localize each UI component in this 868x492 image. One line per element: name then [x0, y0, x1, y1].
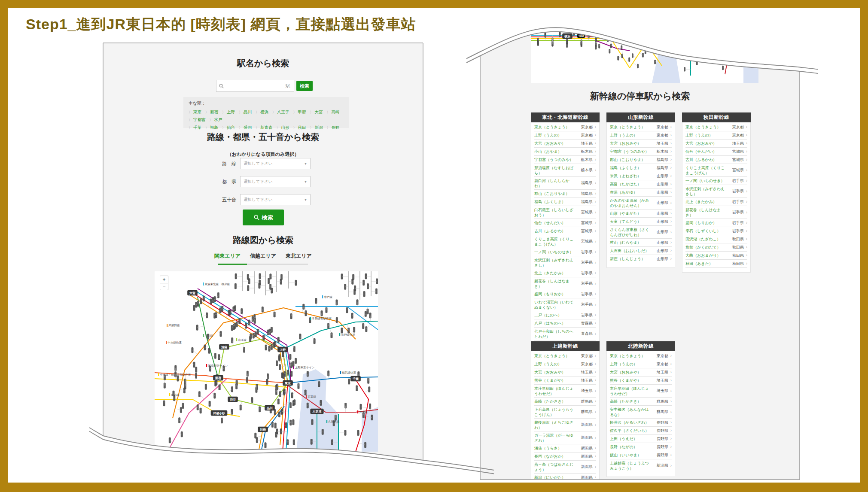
- station-row[interactable]: くりこま高原（くりこまこうげん）宮城県›: [534, 235, 596, 248]
- station-row[interactable]: 二戸（にのへ）岩手県›: [534, 311, 596, 319]
- station-row[interactable]: 赤湯（あかゆ）山形県›: [610, 188, 672, 197]
- major-station-link[interactable]: 〉山形: [277, 124, 289, 131]
- station-row[interactable]: 長野（ながの）長野県›: [610, 443, 672, 451]
- major-station-link[interactable]: 〉新宿: [205, 108, 218, 116]
- station-row[interactable]: 上野（うえの）東京都›: [610, 131, 672, 140]
- station-row[interactable]: 上野（うえの）東京都›: [685, 131, 747, 140]
- station-row[interactable]: 一ノ関（いちのせき）岩手県›: [685, 177, 747, 185]
- station-row[interactable]: 一ノ関（いちのせき）岩手県›: [534, 248, 596, 256]
- station-row[interactable]: 仙台（せんだい）宮城県›: [534, 219, 596, 227]
- station-row[interactable]: 新花巻（しんはなまき）岩手県›: [534, 277, 596, 290]
- station-row[interactable]: 越後湯沢（えちごゆざわ）新潟県›: [534, 419, 596, 431]
- major-station-link[interactable]: 〉宇都宮: [189, 116, 206, 124]
- station-row[interactable]: 東京（とうきょう）東京都›: [534, 352, 596, 360]
- station-row[interactable]: 秋田（あきた）秋田県›: [685, 260, 747, 268]
- station-search-input[interactable]: [226, 83, 286, 89]
- station-row[interactable]: 古川（ふるかわ）宮城県›: [534, 227, 596, 235]
- station-row[interactable]: 小山（おやま）栃木県›: [534, 148, 596, 156]
- station-row[interactable]: 郡山（こおりやま）福島県›: [534, 190, 596, 198]
- station-row[interactable]: 熊谷（くまがや）埼玉県›: [610, 377, 672, 385]
- station-row[interactable]: 宇都宮（うつのみや）栃木県›: [610, 148, 672, 156]
- station-row[interactable]: 田沢湖（たざわこ）秋田県›: [685, 235, 747, 243]
- syllabary-select[interactable]: 選択して下さい▼: [240, 194, 311, 205]
- station-row[interactable]: 山形（やまがた）山形県›: [610, 210, 672, 218]
- station-row[interactable]: 白石蔵王（しろいしざおう）宮城県›: [534, 206, 596, 219]
- station-row[interactable]: 水沢江刺（みずさわえさし）岩手県›: [685, 185, 747, 198]
- station-row[interactable]: 東京（とうきょう）東京都›: [610, 352, 672, 360]
- station-row[interactable]: 高崎（たかさき）群馬県›: [534, 398, 596, 406]
- station-row[interactable]: 北上（きたかみ）岩手県›: [534, 269, 596, 277]
- tab-area-0[interactable]: 関東エリア: [214, 252, 241, 260]
- station-row[interactable]: 新潟（にいがた）新潟県›: [534, 474, 596, 482]
- station-row[interactable]: 角館（かくのだて）秋田県›: [685, 243, 747, 252]
- station-row[interactable]: いわて沼宮内（いわてぬまくない）岩手県›: [534, 298, 596, 311]
- station-row[interactable]: 大石田（おおいしだ）山形県›: [610, 247, 672, 255]
- station-row[interactable]: 新花巻（しんはなまき）岩手県›: [685, 206, 747, 219]
- station-row[interactable]: 七戸十和田（しちのへとわだ）青森県›: [534, 328, 596, 340]
- station-row[interactable]: 村山（むらやま）山形県›: [610, 239, 672, 247]
- station-row[interactable]: 水沢江刺（みずさわえさし）岩手県›: [534, 256, 596, 269]
- station-row[interactable]: 大宮（おおみや）埼玉県›: [610, 368, 672, 377]
- station-row[interactable]: 那須塩原（なすしおばら）栃木県›: [534, 164, 596, 177]
- major-station-link[interactable]: 〉上野: [222, 108, 235, 116]
- station-row[interactable]: 大宮（おおみや）埼玉県›: [534, 140, 596, 148]
- station-row[interactable]: 高崎（たかさき）群馬県›: [610, 398, 672, 406]
- station-row[interactable]: 大宮（おおみや）埼玉県›: [610, 140, 672, 148]
- line-select[interactable]: 選択して下さい▼: [240, 158, 311, 169]
- station-row[interactable]: 大曲（おおまがり）秋田県›: [685, 252, 747, 260]
- major-station-link[interactable]: 〉仙台: [222, 124, 235, 131]
- station-row[interactable]: 福島（ふくしま）福島県›: [610, 164, 672, 172]
- station-row[interactable]: 上田（うえだ）長野県›: [610, 435, 672, 443]
- station-row[interactable]: 東京（とうきょう）東京都›: [610, 123, 672, 131]
- station-row[interactable]: 高畠（たかはた）山形県›: [610, 180, 672, 188]
- route-map-fragment[interactable]: 横浜YHM内房線: [531, 25, 758, 83]
- station-row[interactable]: 長岡（ながおか）新潟県›: [534, 453, 596, 461]
- station-row[interactable]: 古川（ふるかわ）宮城県›: [685, 156, 747, 164]
- station-row[interactable]: 新庄（しんじょう）山形県›: [610, 255, 672, 263]
- station-row[interactable]: 雫石（しずくいし）岩手県›: [685, 227, 747, 235]
- major-station-link[interactable]: 〉秋田: [293, 124, 306, 131]
- criteria-search-button[interactable]: 検索: [243, 210, 284, 225]
- station-row[interactable]: 東京（とうきょう）東京都›: [685, 123, 747, 131]
- station-row[interactable]: 上毛高原（じょうもうこうげん）群馬県›: [534, 406, 596, 419]
- major-station-link[interactable]: 〉水戸: [210, 116, 222, 124]
- major-station-link[interactable]: 〉八王子: [272, 108, 289, 116]
- station-row[interactable]: 新白河（しんしらかわ）福島県›: [534, 177, 596, 190]
- tab-area-2[interactable]: 東北エリア: [286, 252, 312, 260]
- station-row[interactable]: 佐久平（さくだいら）長野県›: [610, 427, 672, 435]
- kanto-route-map[interactable]: + − 京浜東北線・根岸線水戸線武蔵野線中央線快速埼京線湘南新宿ライン中央線・総…: [155, 271, 378, 452]
- station-row[interactable]: 盛岡（もりおか）岩手県›: [534, 290, 596, 298]
- station-row[interactable]: 飯山（いいやま）長野県›: [610, 451, 672, 459]
- prefecture-select[interactable]: 選択して下さい▼: [240, 176, 311, 187]
- station-row[interactable]: 燕三条（つばめさんじょう）新潟県›: [534, 461, 596, 474]
- station-row[interactable]: 上野（うえの）東京都›: [610, 360, 672, 368]
- station-row[interactable]: 浦佐（うらさ）新潟県›: [534, 444, 596, 453]
- station-row[interactable]: 天童（てんどう）山形県›: [610, 218, 672, 226]
- major-station-link[interactable]: 〉品川: [239, 108, 252, 116]
- station-row[interactable]: 郡山（こおりやま）福島県›: [610, 156, 672, 164]
- major-station-link[interactable]: 〉高崎: [327, 108, 340, 116]
- zoom-in-button[interactable]: +: [160, 276, 168, 283]
- tab-area-1[interactable]: 信越エリア: [250, 252, 276, 260]
- major-station-link[interactable]: 〉長野: [327, 124, 340, 131]
- station-row[interactable]: 福島（ふくしま）福島県›: [534, 198, 596, 206]
- major-station-link[interactable]: 〉千葉: [189, 124, 201, 131]
- station-row[interactable]: 大宮（おおみや）埼玉県›: [534, 368, 596, 377]
- station-row[interactable]: かみのやま温泉（かみのやまおんせん）山形県›: [610, 197, 672, 210]
- major-station-link[interactable]: 〉新青森: [256, 124, 273, 131]
- station-row[interactable]: 盛岡（もりおか）岩手県›: [685, 219, 747, 227]
- station-row[interactable]: 米沢（よねざわ）山形県›: [610, 172, 672, 180]
- major-station-link[interactable]: 〉新潟: [310, 124, 323, 131]
- station-row[interactable]: 熊谷（くまがや）埼玉県›: [534, 377, 596, 385]
- station-row[interactable]: 安中榛名（あんなかはるな）群馬県›: [610, 406, 672, 419]
- station-row[interactable]: 八戸（はちのへ）青森県›: [534, 319, 596, 328]
- station-search-button[interactable]: 検索: [296, 81, 313, 91]
- station-row[interactable]: 仙台（せんだい）宮城県›: [685, 148, 747, 156]
- station-row[interactable]: 北上（きたかみ）岩手県›: [685, 198, 747, 206]
- station-row[interactable]: 上野（うえの）東京都›: [534, 131, 596, 140]
- station-row[interactable]: 東京（とうきょう）東京都›: [534, 123, 596, 131]
- station-row[interactable]: 大宮（おおみや）埼玉県›: [685, 140, 747, 148]
- station-row[interactable]: 軽井沢（かるいざわ）長野県›: [610, 419, 672, 427]
- major-station-link[interactable]: 〉東京: [189, 108, 201, 116]
- station-row[interactable]: ガーラ湯沢（がーらゆざわ）新潟県›: [534, 431, 596, 444]
